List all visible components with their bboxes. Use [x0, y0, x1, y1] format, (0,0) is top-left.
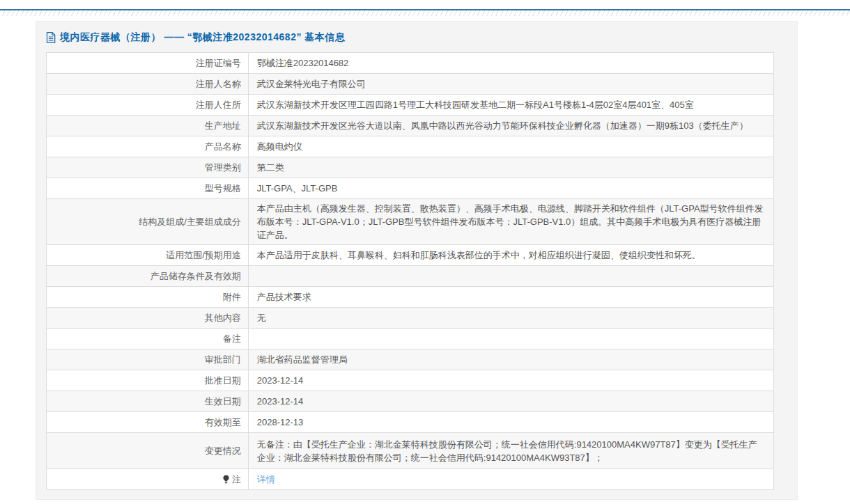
registration-info-card: 境内医疗器械（注册） —— “鄂械注准20232014682” 基本信息 注册证… — [36, 21, 798, 500]
top-decoration — [0, 0, 850, 16]
row-label: 注册人名称 — [47, 74, 249, 95]
row-value: 武汉东湖新技术开发区理工园四路1号理工大科技园研发基地二期一标段A1号楼栋1-4… — [248, 95, 773, 116]
table-row: 备注 — [47, 329, 774, 349]
row-value: 无备注：由【受托生产企业：湖北金莱特科技股份有限公司；统一社会信用代码:9142… — [248, 433, 773, 469]
card-header: 境内医疗器械（注册） —— “鄂械注准20232014682” 基本信息 — [36, 22, 797, 52]
row-value: JLT-GPA、JLT-GPB — [248, 178, 773, 199]
row-label: 结构及组成/主要组成成分 — [47, 199, 249, 245]
row-value: 鄂械注准20232014682 — [248, 53, 773, 74]
row-value: 2023-12-14 — [248, 391, 773, 412]
table-row: 其他内容 无 — [47, 308, 774, 329]
table-row: 结构及组成/主要组成成分 本产品由主机（高频发生器、控制装置、散热装置）、高频手… — [47, 199, 774, 245]
table-row: 生效日期 2023-12-14 — [47, 391, 774, 412]
row-label-note: 注 — [47, 469, 249, 490]
table-row: 附件 产品技术要求 — [47, 287, 774, 308]
row-value: 2023-12-14 — [248, 370, 773, 391]
row-label: 注 — [232, 474, 241, 485]
row-value: 武汉东湖新技术开发区光谷大道以南、凤凰中路以西光谷动力节能环保科技企业孵化器（加… — [248, 116, 773, 136]
table-row: 型号规格 JLT-GPA、JLT-GPB — [47, 178, 774, 199]
table-row: 变更情况 无备注：由【受托生产企业：湖北金莱特科技股份有限公司；统一社会信用代码… — [47, 433, 774, 469]
row-label: 注册人住所 — [47, 95, 249, 116]
row-value — [248, 329, 773, 349]
row-value-note: 详情 — [248, 469, 773, 490]
row-value: 武汉金莱特光电子有限公司 — [248, 74, 773, 95]
row-label: 适用范围/预期用途 — [47, 245, 249, 266]
top-white-strip — [0, 0, 850, 9]
table-row: 注册人名称 武汉金莱特光电子有限公司 — [47, 74, 774, 95]
row-value: 无 — [248, 308, 773, 329]
top-hatch-pattern — [0, 10, 850, 16]
row-label: 生效日期 — [47, 391, 249, 412]
table-row: 适用范围/预期用途 本产品适用于皮肤科、耳鼻喉科、妇科和肛肠科浅表部位的手术中，… — [47, 245, 774, 266]
table-row: 注 详情 — [47, 469, 774, 490]
table-row: 批准日期 2023-12-14 — [47, 370, 774, 391]
row-label: 型号规格 — [47, 178, 249, 199]
row-label: 生产地址 — [47, 116, 249, 136]
table-row: 产品储存条件及有效期 — [47, 266, 774, 287]
lightbulb-icon — [222, 475, 230, 484]
table-row: 产品名称 高频电灼仪 — [47, 136, 774, 157]
row-value: 本产品适用于皮肤科、耳鼻喉科、妇科和肛肠科浅表部位的手术中，对相应组织进行凝固、… — [248, 245, 773, 266]
table-row: 有效期至 2028-12-13 — [47, 412, 774, 433]
row-label: 变更情况 — [47, 433, 249, 469]
row-label: 有效期至 — [47, 412, 249, 433]
row-label: 其他内容 — [47, 308, 249, 329]
row-label: 产品储存条件及有效期 — [47, 266, 249, 287]
row-label: 管理类别 — [47, 157, 249, 178]
row-value: 本产品由主机（高频发生器、控制装置、散热装置）、高频手术电极、电源线、脚踏开关和… — [248, 199, 773, 245]
table-row: 生产地址 武汉东湖新技术开发区光谷大道以南、凤凰中路以西光谷动力节能环保科技企业… — [47, 116, 774, 136]
row-value — [248, 266, 773, 287]
table-row: 注册人住所 武汉东湖新技术开发区理工园四路1号理工大科技园研发基地二期一标段A1… — [47, 95, 774, 116]
row-label: 注册证编号 — [47, 53, 249, 74]
page-title: 境内医疗器械（注册） —— “鄂械注准20232014682” 基本信息 — [60, 31, 345, 44]
row-label: 批准日期 — [47, 370, 249, 391]
table-row: 注册证编号 鄂械注准20232014682 — [47, 53, 774, 74]
document-icon — [46, 32, 56, 43]
row-value: 2028-12-13 — [248, 412, 773, 433]
row-value: 产品技术要求 — [248, 287, 773, 308]
table-row: 管理类别 第二类 — [47, 157, 774, 178]
note-detail-link[interactable]: 详情 — [257, 474, 275, 485]
table-row: 审批部门 湖北省药品监督管理局 — [47, 349, 774, 370]
row-value: 第二类 — [248, 157, 773, 178]
row-value: 高频电灼仪 — [248, 136, 773, 157]
row-value: 湖北省药品监督管理局 — [248, 349, 773, 370]
registration-info-table: 注册证编号 鄂械注准20232014682 注册人名称 武汉金莱特光电子有限公司… — [46, 52, 774, 490]
row-label: 附件 — [47, 287, 249, 308]
row-label: 备注 — [47, 329, 249, 349]
row-label: 产品名称 — [47, 136, 249, 157]
row-label: 审批部门 — [47, 349, 249, 370]
